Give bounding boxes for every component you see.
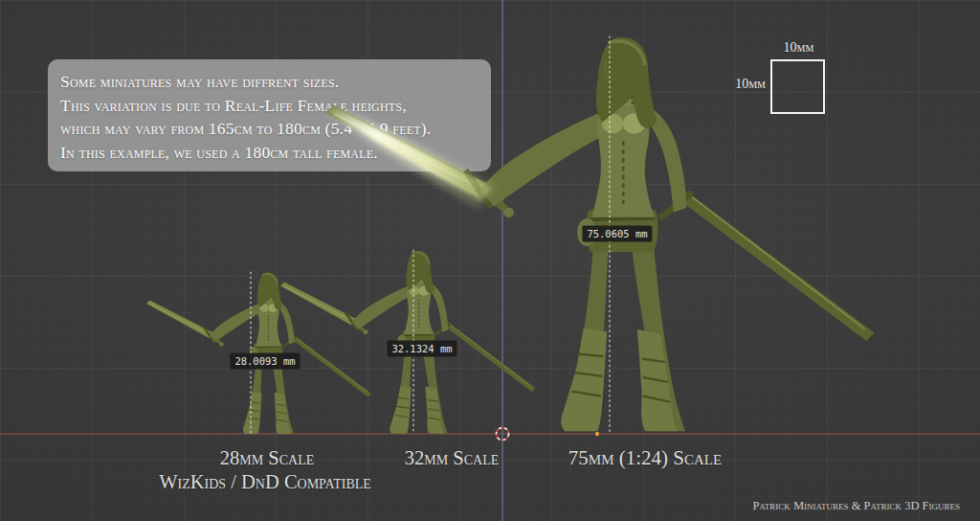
reference-square-side-label: 10mm (724, 77, 766, 92)
scale-caption-32mm: 32mm Scale (405, 447, 499, 469)
measurement-label-28mm: 28.0093 mm (230, 353, 300, 370)
info-line-4: In this example, we used a 180cm tall fe… (60, 141, 481, 165)
measurement-label-32mm: 32.1324 mm (387, 341, 457, 357)
scale-caption-28mm: 28mm Scale (220, 447, 314, 469)
info-line-2: This variation is due to Real-Life Femal… (60, 94, 481, 118)
measurement-label-75mm: 75.0605 mm (582, 226, 652, 242)
3d-viewport[interactable]: Some miniatures may have diffrent sizes.… (0, 0, 980, 521)
3d-cursor (497, 428, 509, 441)
reference-square (770, 59, 825, 114)
scale-caption-28mm-compat: WizKids / DnD Compatible (159, 471, 371, 493)
info-box: Some miniatures may have diffrent sizes.… (48, 59, 491, 171)
info-line-3: which may vary from 165cm to 180cm (5.4 … (60, 117, 481, 141)
reference-square-top-label: 10mm (770, 40, 827, 56)
scale-caption-75mm: 75mm (1:24) Scale (568, 446, 722, 470)
credit-text: Patrick Miniatures & Patrick 3D Figures (752, 499, 960, 513)
object-origin-dot (594, 431, 599, 436)
info-line-1: Some miniatures may have diffrent sizes. (60, 70, 481, 94)
